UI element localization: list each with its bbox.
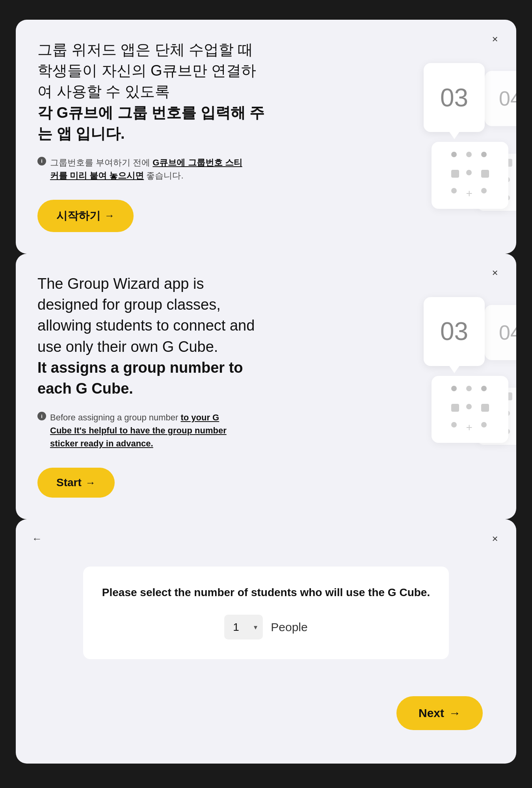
korean-info-icon: i: [37, 157, 46, 165]
people-label: People: [271, 621, 307, 634]
korean-info-text: 그룹번호를 부여하기 전에 G큐브에 그룹번호 스티커를 미리 붙여 놓으시면 …: [50, 156, 242, 182]
korean-title: 그룹 위저드 앱은 단체 수업할 때 학생들이 자신의 G큐브만 연결하여 사용…: [37, 39, 266, 144]
english-info-text: Before assigning a group number to your …: [50, 411, 242, 450]
english-info-box: i Before assigning a group number to you…: [37, 411, 242, 450]
select-inner-card: Please select the number of students who…: [83, 567, 449, 659]
cube-dots-card: +: [432, 142, 508, 209]
cube-dots-card2: +: [477, 154, 516, 211]
english-title-bold: It assigns a group number to each G Cube…: [37, 359, 243, 397]
korean-card: × 그룹 위저드 앱은 단체 수업할 때 학생들이 자신의 G큐브만 연결하여 …: [16, 20, 516, 254]
korean-start-arrow: →: [104, 210, 115, 222]
english-start-arrow: →: [86, 477, 96, 489]
cube-dots-card2-en: +: [477, 388, 516, 445]
korean-section: × 그룹 위저드 앱은 단체 수업할 때 학생들이 자신의 G큐브만 연결하여 …: [0, 0, 532, 254]
english-card: × The Group Wizard app is designed for g…: [16, 254, 516, 519]
next-button[interactable]: Next →: [396, 696, 483, 730]
cube-card-03: 03: [424, 63, 485, 132]
cube-card-04-en: 04: [485, 305, 516, 360]
english-title: The Group Wizard app is designed for gro…: [37, 273, 266, 399]
third-close-button[interactable]: ×: [487, 531, 502, 546]
next-arrow: →: [449, 706, 461, 720]
cube-card-04: 04: [485, 71, 516, 126]
cube-card-03-en: 03: [424, 297, 485, 366]
select-title: Please select the number of students who…: [99, 586, 433, 599]
next-button-wrapper: Next →: [37, 696, 495, 742]
korean-title-bold: 각 G큐브에 그룹 번호를 입력해 주는 앱 입니다.: [37, 104, 264, 142]
korean-close-button[interactable]: ×: [487, 32, 502, 46]
cube-decoration-en: 03 04 +: [359, 273, 516, 451]
select-row: 1 2 3 4 5 6 7 8 9 10 People: [99, 615, 433, 639]
cube-decoration: 03 04 +: [359, 39, 516, 217]
korean-info-box: i 그룹번호를 부여하기 전에 G큐브에 그룹번호 스티커를 미리 붙여 놓으시…: [37, 156, 242, 182]
cube-dots-card-en: +: [432, 376, 508, 443]
people-select-wrapper: 1 2 3 4 5 6 7 8 9 10: [224, 615, 263, 639]
english-start-button[interactable]: Start →: [37, 468, 115, 498]
third-section: ← × Please select the number of students…: [0, 519, 532, 783]
korean-start-button[interactable]: 시작하기 →: [37, 200, 134, 232]
third-card: ← × Please select the number of students…: [16, 519, 516, 764]
english-info-icon: i: [37, 412, 46, 420]
back-button[interactable]: ←: [30, 531, 45, 546]
english-close-button[interactable]: ×: [487, 266, 502, 281]
english-section: × The Group Wizard app is designed for g…: [0, 254, 532, 519]
people-select[interactable]: 1 2 3 4 5 6 7 8 9 10: [224, 615, 263, 639]
